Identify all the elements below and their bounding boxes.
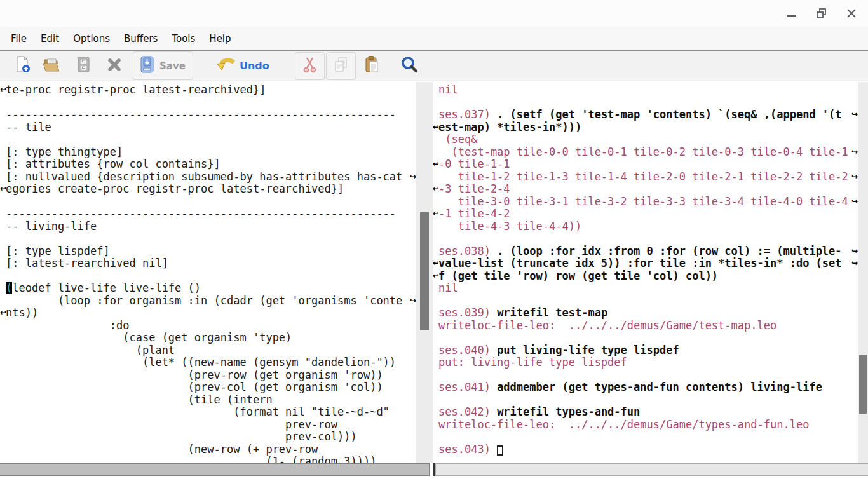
close-icon[interactable]: [845, 7, 858, 20]
wrap-arrow-icon: ↪: [851, 247, 858, 255]
code-line[interactable]: -- living-life: [0, 220, 416, 233]
code-line[interactable]: (let* ((new-name (gensym "dandelion-")): [0, 356, 416, 369]
code-line[interactable]: (seq&: [433, 133, 858, 146]
code-line[interactable]: ↩egories create-proc registr-proc latest…: [0, 183, 416, 196]
code-line[interactable]: [0, 233, 416, 245]
code-line[interactable]: ↩te-proc registr-proc latest-rearchived}…: [0, 84, 416, 97]
code-line[interactable]: [: attributes {row col contains}]: [0, 158, 416, 171]
open-file-button[interactable]: [43, 56, 61, 76]
minimize-icon[interactable]: [785, 7, 798, 20]
code-line[interactable]: [0, 97, 416, 109]
code-line[interactable]: ses.037) . (setf (get 'test-map 'content…: [433, 109, 858, 121]
menu-file[interactable]: File: [4, 33, 34, 44]
save-disk-icon: [139, 55, 156, 76]
code-line[interactable]: [433, 431, 858, 444]
copy-pages-icon: [332, 56, 349, 76]
code-line[interactable]: [433, 332, 858, 344]
undo-arrow-icon: [216, 56, 238, 76]
left-modeline[interactable]: -:---types-and-fun.leo48% L46(Fundamenta…: [0, 463, 430, 476]
code-line[interactable]: (prev-col (get organism 'col)): [0, 381, 416, 394]
code-line[interactable]: ses.039) writefil test-map: [433, 307, 858, 320]
menu-help[interactable]: Help: [202, 33, 238, 44]
undo-button[interactable]: Undo: [216, 56, 269, 76]
code-line[interactable]: (prev-row (get organism 'row)): [0, 369, 416, 382]
dired-button[interactable]: [75, 56, 92, 76]
code-line[interactable]: ses.038) . (loop :for idx :from 0 :for (…: [433, 245, 858, 258]
code-line[interactable]: ↩-3 tile-2-4: [433, 183, 858, 196]
right-modeline[interactable]: U:**-*slime-repl clisp*Bot L182(REPL ado…: [435, 463, 868, 476]
code-line[interactable]: [433, 97, 858, 109]
copy-button[interactable]: [326, 52, 356, 80]
code-line[interactable]: [: latest-rearchived nil]: [0, 257, 416, 270]
wrap-arrow-icon: ↪: [851, 259, 858, 268]
code-line[interactable]: [433, 295, 858, 308]
search-button[interactable]: [400, 55, 419, 77]
file-buffer-pane[interactable]: ↩te-proc registr-proc latest-rearchived}…: [0, 82, 416, 463]
code-line[interactable]: tile-4-3 tile-4-4)): [433, 220, 858, 233]
code-line[interactable]: (1- (random 3)))): [0, 456, 416, 463]
code-line[interactable]: :do: [0, 320, 416, 332]
code-line[interactable]: [433, 394, 858, 407]
menu-options[interactable]: Options: [66, 33, 117, 44]
wrap-arrow-icon: ↩: [433, 159, 438, 168]
code-line[interactable]: ↩-1 tile-4-2: [433, 208, 858, 220]
code-line[interactable]: ↩value-list (truncate idx 5)) :for tile …: [433, 257, 858, 270]
code-line[interactable]: nil: [433, 84, 858, 97]
restore-icon[interactable]: [815, 7, 828, 20]
right-scrollbar[interactable]: [858, 82, 868, 463]
close-buffer-button[interactable]: [106, 57, 123, 76]
wrap-arrow-icon: ↩: [433, 209, 438, 218]
code-line[interactable]: (case (get organism 'type): [0, 332, 416, 344]
code-line[interactable]: (leodef live-life live-life (): [0, 282, 416, 295]
code-line[interactable]: (plant: [0, 344, 416, 357]
code-line[interactable]: (loop :for organism :in (cdadr (get 'org…: [0, 295, 416, 308]
cut-button[interactable]: [295, 52, 325, 80]
clipboard-icon: [363, 55, 381, 76]
new-file-button[interactable]: [14, 55, 31, 76]
left-scrollbar[interactable]: [416, 82, 433, 463]
code-line[interactable]: put: living-life type lispdef: [433, 356, 858, 369]
code-line[interactable]: ses.043): [433, 444, 858, 456]
code-line[interactable]: ↩-0 tile-1-1: [433, 158, 858, 171]
code-line[interactable]: ↩nts)): [0, 307, 416, 320]
left-scrollbar-thumb[interactable]: [420, 212, 429, 330]
save-button[interactable]: Save: [133, 51, 193, 80]
code-line[interactable]: ses.042) writefil types-and-fun: [433, 406, 858, 419]
code-line[interactable]: prev-row: [0, 419, 416, 431]
code-line[interactable]: ↩est-map) *tiles-in*))): [433, 121, 858, 134]
menu-edit[interactable]: Edit: [34, 33, 66, 44]
code-line[interactable]: ↩f (get tile 'row) row (get tile 'col) c…: [433, 270, 858, 283]
code-line[interactable]: -- tile: [0, 121, 416, 134]
code-line[interactable]: [0, 270, 416, 283]
right-scrollbar-thumb[interactable]: [859, 355, 867, 414]
code-line[interactable]: (test-map tile-0-0 tile-0-1 tile-0-2 til…: [433, 146, 858, 159]
menu-tools[interactable]: Tools: [165, 33, 202, 44]
wrap-arrow-icon: ↪: [851, 110, 858, 119]
code-line[interactable]: ----------------------------------------…: [0, 109, 416, 121]
code-line[interactable]: tile-1-2 tile-1-3 tile-1-4 tile-2-0 tile…: [433, 171, 858, 184]
menu-buffers[interactable]: Buffers: [117, 33, 165, 44]
code-line[interactable]: ses.040) put living-life type lispdef: [433, 344, 858, 357]
code-line[interactable]: [: type thingtype]: [0, 146, 416, 159]
code-line[interactable]: writeloc-file-leo: ../../../demus/Game/t…: [433, 419, 858, 431]
code-line[interactable]: writeloc-file-leo: ../../../demus/Game/t…: [433, 320, 858, 332]
code-line[interactable]: tile-3-0 tile-3-1 tile-3-2 tile-3-3 tile…: [433, 196, 858, 208]
minibuffer[interactable]: [0, 476, 868, 488]
code-line[interactable]: [433, 369, 858, 382]
code-line[interactable]: [0, 196, 416, 208]
code-line[interactable]: [433, 233, 858, 245]
code-line[interactable]: (new-row (+ prev-row: [0, 444, 416, 456]
wrap-arrow-icon: ↪: [851, 147, 858, 156]
code-line[interactable]: ----------------------------------------…: [0, 208, 416, 220]
code-line[interactable]: [0, 133, 416, 146]
paste-button[interactable]: [363, 55, 381, 76]
code-line[interactable]: [: nullvalued {description subsumed-by h…: [0, 171, 416, 184]
slime-repl-pane[interactable]: nilses.037) . (setf (get 'test-map 'cont…: [433, 82, 858, 463]
code-line[interactable]: prev-col))): [0, 431, 416, 444]
code-line[interactable]: [: type lispdef]: [0, 245, 416, 258]
code-line[interactable]: nil: [433, 282, 858, 295]
window-divider[interactable]: [430, 463, 435, 476]
code-line[interactable]: (tile (intern: [0, 394, 416, 407]
code-line[interactable]: ses.041) addmember (get types-and-fun co…: [433, 381, 858, 394]
code-line[interactable]: (format nil "tile-~d-~d": [0, 406, 416, 419]
